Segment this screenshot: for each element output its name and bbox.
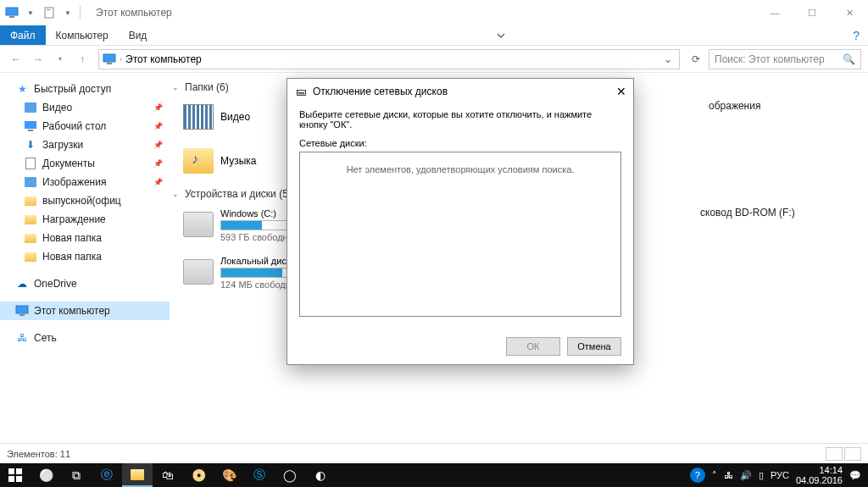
help-icon[interactable]: ? [690,468,705,483]
sidebar-item-videos[interactable]: Видео📌 [0,98,170,117]
svg-rect-12 [8,476,14,482]
network-drives-list[interactable]: Нет элементов, удовлетворяющих условиям … [299,152,621,317]
download-icon: ⬇ [24,138,37,152]
explorer-icon[interactable] [122,463,153,487]
tray-chevron-up-icon[interactable]: ˄ [712,470,717,481]
sidebar-item-folder[interactable]: выпускной(офиц [0,191,170,210]
partial-label: ображения [709,100,760,134]
sidebar-item-downloads[interactable]: ⬇Загрузки📌 [0,136,170,154]
sidebar-item-quick-access[interactable]: ★Быстрый доступ [0,80,170,98]
tab-file[interactable]: Файл [0,25,46,45]
up-button[interactable]: ↑ [73,50,92,69]
chrome-icon[interactable]: ◯ [275,463,305,487]
svg-rect-2 [45,8,53,18]
cancel-button[interactable]: Отмена [567,337,621,356]
chevron-down-icon[interactable]: ▼ [22,4,39,21]
svg-rect-8 [16,306,28,313]
titlebar: ▼ ▼ Этот компьютер — ☐ ✕ [0,0,868,25]
close-button[interactable]: ✕ [831,0,868,25]
svg-rect-11 [16,468,22,474]
sidebar-item-this-pc[interactable]: Этот компьютер [0,302,170,320]
details-view-button[interactable] [826,447,843,461]
document-icon [24,157,37,170]
window-title: Этот компьютер [96,7,172,19]
search-icon: 🔍 [843,53,855,65]
app-icon[interactable]: 🎨 [214,463,244,487]
battery-icon[interactable]: ▯ [759,470,764,481]
pc-icon [3,4,20,21]
notifications-icon[interactable]: 💬 [849,470,861,481]
forward-button[interactable]: → [29,50,47,69]
close-button[interactable]: ✕ [616,85,626,98]
folder-icon [24,194,37,208]
svg-rect-7 [28,130,33,131]
sidebar-item-pictures[interactable]: Изображения📌 [0,173,170,191]
sidebar-item-folder[interactable]: Награждение [0,210,170,229]
volume-icon[interactable]: 🔊 [740,470,752,481]
recent-locations-button[interactable]: ▾ [51,50,70,69]
sidebar-item-onedrive[interactable]: ☁OneDrive [0,274,170,293]
app-icon[interactable]: 📀 [183,463,214,487]
svg-rect-10 [8,468,14,474]
search-input[interactable]: Поиск: Этот компьютер 🔍 [709,49,861,69]
language-indicator[interactable]: РУС [771,470,789,480]
ribbon-expand-button[interactable] [487,25,515,45]
status-text: Элементов: 11 [7,449,70,459]
network-icon: 🖧 [15,331,29,345]
icons-view-button[interactable] [844,447,861,461]
svg-rect-4 [103,54,115,62]
tab-view[interactable]: Вид [119,25,158,45]
onedrive-icon: ☁ [15,277,29,291]
partial-label: сковод BD-ROM (F:) [700,207,795,244]
address-bar[interactable]: › Этот компьютер ⌄ [98,49,680,69]
video-icon [24,101,37,114]
folder-icon [24,213,37,226]
svg-rect-5 [107,63,112,64]
task-view-button[interactable]: ⧉ [61,463,92,487]
chevron-down-icon[interactable]: ⌄ [660,53,676,65]
chevron-down-icon[interactable]: ▼ [59,4,76,21]
navigation-pane: ★Быстрый доступ Видео📌 Рабочий стол📌 ⬇За… [0,73,170,465]
breadcrumb-item[interactable]: Этот компьютер [125,53,202,65]
video-folder-icon [183,104,214,130]
start-button[interactable] [0,463,31,487]
clock[interactable]: 14:14 04.09.2016 [796,465,843,485]
star-icon: ★ [15,82,29,96]
svg-rect-13 [16,476,22,482]
back-button[interactable]: ← [7,50,25,69]
refresh-button[interactable]: ⟳ [687,50,705,69]
pin-icon: 📌 [153,159,163,168]
edge-icon[interactable]: ⓔ [92,463,122,487]
sidebar-item-network[interactable]: 🖧Сеть [0,329,170,347]
pin-icon: 📌 [153,141,163,149]
svg-rect-6 [25,121,36,129]
sidebar-item-folder[interactable]: Новая папка [0,247,170,266]
chevron-right-icon: › [120,55,122,64]
dialog-title: Отключение сетевых дисков [313,86,448,97]
network-tray-icon[interactable]: 🖧 [724,470,733,480]
sidebar-item-documents[interactable]: Документы📌 [0,154,170,173]
store-icon[interactable]: 🛍 [153,463,183,487]
svg-rect-9 [19,314,25,316]
folder-icon [24,231,37,245]
tab-computer[interactable]: Компьютер [46,25,119,45]
ribbon-help-button[interactable]: ? [844,25,868,45]
sidebar-item-folder[interactable]: Новая папка [0,229,170,247]
drive-icon [183,212,214,237]
svg-rect-1 [9,16,14,18]
quick-access-toolbar: ▼ ▼ [3,4,82,21]
desktop-icon [24,119,37,133]
properties-icon[interactable] [41,4,58,21]
svg-rect-0 [6,8,18,15]
sidebar-item-desktop[interactable]: Рабочий стол📌 [0,117,170,136]
dialog-titlebar: 🖴 Отключение сетевых дисков ✕ [287,79,633,104]
search-button[interactable]: ⚪ [31,463,61,487]
taskbar: ⚪ ⧉ ⓔ 🛍 📀 🎨 Ⓢ ◯ ◐ ? ˄ 🖧 🔊 ▯ РУС 14:14 04… [0,463,868,487]
view-mode-buttons [826,447,861,461]
ribbon: Файл Компьютер Вид ? [0,25,868,46]
steam-icon[interactable]: ◐ [305,463,336,487]
minimize-button[interactable]: — [756,0,793,25]
maximize-button[interactable]: ☐ [793,0,831,25]
ok-button[interactable]: ОК [506,337,560,356]
skype-icon[interactable]: Ⓢ [244,463,275,487]
